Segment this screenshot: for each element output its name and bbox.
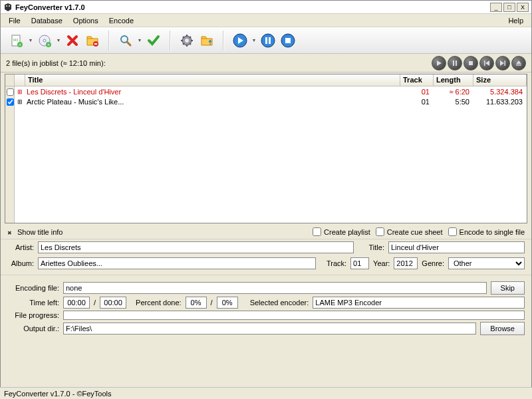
create-cue-option[interactable]: Create cue sheet	[376, 227, 443, 236]
svg-rect-33	[484, 61, 485, 66]
row-check-0[interactable]	[7, 88, 14, 96]
preview-prev-icon[interactable]	[479, 56, 494, 70]
svg-point-1	[9, 5, 10, 7]
title-field[interactable]	[388, 241, 525, 253]
menu-file[interactable]: File	[3, 15, 26, 26]
meta-row-1: Artist: Title:	[1, 239, 531, 255]
add-file-icon[interactable]: M3+	[7, 31, 26, 50]
preview-stop-icon[interactable]	[464, 56, 478, 70]
search-dropdown[interactable]: ▼	[136, 31, 143, 50]
col-track[interactable]: Track	[400, 74, 434, 86]
play-dropdown[interactable]: ▼	[251, 31, 257, 50]
app-icon	[3, 3, 13, 12]
check-icon[interactable]	[144, 31, 163, 50]
menu-help[interactable]: Help	[503, 15, 529, 26]
remove-folder-icon[interactable]	[83, 31, 102, 50]
titlebar: FeyConverter v1.7.0 _ □ X	[1, 1, 531, 14]
svg-text:+: +	[47, 43, 50, 47]
collapse-icon[interactable]	[7, 228, 12, 236]
menu-database[interactable]: Database	[26, 15, 68, 26]
svg-rect-34	[505, 61, 506, 66]
output-folder-icon[interactable]	[198, 31, 216, 50]
year-label: Year:	[373, 259, 390, 267]
percent-label: Percent done:	[136, 299, 182, 307]
menubar: File Database Options Encode Help	[1, 14, 531, 27]
genre-label: Genre:	[422, 259, 444, 267]
joblist-header: 2 file(s) in joblist (≈ 12:10 min):	[1, 54, 531, 72]
create-playlist-option[interactable]: Create playlist	[313, 227, 370, 236]
pause-encode-icon[interactable]	[259, 31, 277, 50]
row-track: 01	[400, 88, 434, 96]
preview-pause-icon[interactable]	[448, 56, 462, 70]
svg-point-15	[185, 39, 189, 43]
row-track: 01	[400, 98, 434, 106]
svg-rect-27	[269, 37, 271, 44]
add-file-dropdown[interactable]: ▼	[27, 31, 34, 50]
search-icon[interactable]	[116, 31, 135, 50]
table-header: Title Track Length Size	[15, 74, 527, 86]
preview-next-icon[interactable]	[495, 56, 510, 70]
menu-options[interactable]: Options	[68, 15, 104, 26]
table-row[interactable]: ⊞ Les Discrets - Linceul d'Hiver 01 ≈ 6:…	[15, 86, 527, 96]
row-title: Les Discrets - Linceul d'Hiver	[25, 88, 400, 96]
encode-single-option[interactable]: Encode to single file	[448, 227, 525, 236]
col-icon[interactable]	[15, 74, 25, 86]
svg-line-21	[190, 43, 191, 45]
artist-field[interactable]	[38, 241, 354, 253]
col-size[interactable]: Size	[473, 74, 527, 86]
statusbar: FeyConverter v1.7.0 - ©FeyTools	[0, 387, 532, 399]
row-expand-icon[interactable]: ⊞	[15, 88, 25, 95]
svg-point-25	[261, 34, 275, 47]
show-title-info-label: Show title info	[17, 228, 63, 236]
add-cd-dropdown[interactable]: ▼	[55, 31, 62, 50]
year-field[interactable]	[394, 257, 418, 269]
track-label: Track:	[320, 259, 346, 267]
settings-icon[interactable]	[178, 31, 196, 50]
svg-text:+: +	[19, 43, 21, 47]
preview-eject-icon[interactable]	[511, 56, 526, 70]
svg-rect-31	[456, 61, 457, 66]
skip-button[interactable]: Skip	[491, 281, 525, 295]
svg-line-23	[190, 37, 191, 38]
time-total-field	[100, 297, 126, 309]
maximize-button[interactable]: □	[503, 3, 515, 12]
joblist-table: Title Track Length Size ⊞ Les Discrets -…	[5, 74, 527, 223]
window-title: FeyConverter v1.7.0	[15, 3, 489, 11]
time-left-label: Time left:	[7, 299, 59, 307]
add-cd-icon[interactable]: +	[35, 31, 54, 50]
svg-rect-30	[453, 61, 454, 66]
encoding-file-label: Encoding file:	[7, 284, 59, 292]
row-check-1[interactable]	[7, 98, 14, 106]
time-elapsed-field	[63, 297, 90, 309]
svg-line-13	[127, 42, 130, 45]
table-row[interactable]: ⊞ Arctic Plateau - Music's Like... 01 5:…	[15, 96, 527, 106]
browse-button[interactable]: Browse	[480, 322, 525, 335]
progress-bar	[63, 311, 525, 320]
encoding-section: Encoding file: Skip Time left: / Percent…	[1, 277, 531, 340]
row-expand-icon[interactable]: ⊞	[15, 98, 25, 105]
genre-select[interactable]: Other	[448, 257, 525, 269]
row-title: Arctic Plateau - Music's Like...	[25, 98, 400, 106]
options-row: Show title info Create playlist Create c…	[1, 225, 531, 239]
svg-rect-35	[516, 65, 521, 66]
menu-encode[interactable]: Encode	[104, 15, 139, 26]
row-length: ≈ 6:20	[434, 88, 473, 96]
svg-point-0	[6, 5, 7, 7]
col-length[interactable]: Length	[434, 74, 473, 86]
album-field[interactable]	[38, 257, 316, 269]
output-label: Output dir.:	[7, 325, 59, 332]
output-dir-field[interactable]	[63, 323, 476, 334]
play-encode-icon[interactable]	[231, 31, 249, 50]
track-field[interactable]	[350, 257, 369, 269]
remove-icon[interactable]	[63, 31, 82, 50]
preview-play-icon[interactable]	[432, 56, 446, 70]
stop-encode-icon[interactable]	[279, 31, 297, 50]
close-button[interactable]: X	[517, 3, 529, 12]
title-label: Title:	[358, 243, 384, 251]
row-size: 5.324.384	[473, 88, 527, 96]
col-title[interactable]: Title	[25, 74, 400, 86]
status-text: FeyConverter v1.7.0 - ©FeyTools	[4, 390, 112, 398]
svg-line-22	[183, 43, 184, 45]
artist-label: Artist:	[7, 243, 34, 251]
minimize-button[interactable]: _	[490, 3, 502, 12]
